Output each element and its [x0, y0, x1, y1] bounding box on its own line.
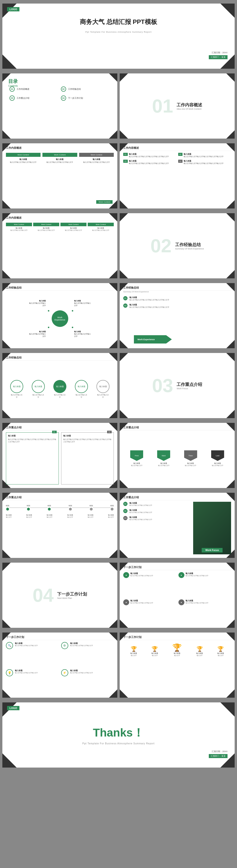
- slide-work-content-b: 工作内容概述 01 输入标题 输入文字输入文字输入文字输入文字输入文字输入文字 …: [120, 143, 235, 209]
- num-03: 03: [123, 160, 128, 163]
- badge-2: Next: [157, 451, 170, 461]
- trophy-desc-5: 输入文字: [217, 655, 224, 657]
- tl-dot-3: [48, 508, 51, 510]
- lightning-icon: ⚡: [61, 669, 68, 676]
- focus-img-num-2: 02: [123, 509, 127, 513]
- contents-num-1: 01: [9, 87, 15, 92]
- slide-section03: 03 工作重点介绍 Work Focus: [120, 353, 235, 418]
- plan-title-2: 输入标题: [185, 572, 208, 575]
- plan-item-3: ● 输入标题 输入文字输入文字输入文字输入文字: [123, 599, 176, 624]
- trophy-icon-3: 🏆: [172, 643, 182, 652]
- trophy-desc-4: 输入文字: [196, 655, 203, 657]
- circle-item-2: 输入标题 输入文字输入文字: [32, 380, 45, 399]
- mindmap-title: 工作经验总结: [6, 286, 114, 291]
- badge-3: Then: [184, 451, 197, 461]
- desc-2: 输入文字输入文字输入文字输入文字: [42, 161, 77, 163]
- mind-node-4: 输入标题输入文字输入文字输入文字: [74, 331, 91, 338]
- circle-item-5: 输入标题 输入文字输入文字: [96, 380, 110, 399]
- box-3: Work Content: [79, 153, 114, 157]
- desc-1: 输入文字输入文字输入文字输入文字: [6, 161, 40, 163]
- plan-title-4: 输入标题: [185, 599, 208, 602]
- tl-6: 时间: [111, 505, 114, 510]
- work-exp-tag: Work Experience: [138, 338, 155, 341]
- mind-node-3: 输入标题输入文字输入文字输入文字: [29, 331, 46, 338]
- desc4-2: 输入文字输入文字输入文字: [33, 229, 59, 231]
- focus-a-title-2: 输入标题: [63, 434, 112, 437]
- info-block: 汇报日期：20XX 汇报部门：某某: [209, 51, 228, 59]
- thanks-reporter: 汇报部门：某某: [209, 754, 228, 758]
- contents-num-4: 04: [61, 95, 66, 101]
- icon-item-1: 🔍 输入标题 输入文字输入文字输入文字输入文字: [6, 642, 59, 667]
- slide-work-content-a: 工作内容概述 Work Content 输入标题 输入文字输入文字输入文字输入文…: [2, 143, 117, 209]
- section03-num: 03: [152, 376, 173, 395]
- circle-desc-3: 输入文字输入文字: [53, 394, 66, 399]
- plan-dot-2: ●: [178, 572, 184, 578]
- icon-label-4: 输入标题: [70, 669, 93, 672]
- slide-timeline: 工作重点介绍 时间 时间 时间: [2, 493, 117, 558]
- tl-dot-6: [111, 508, 114, 510]
- contents-list: 01 工作内容概述 02 工作经验总结 03 工作重点介绍 04 下一步工作计划: [7, 87, 113, 102]
- tl-4: 时间: [69, 505, 72, 510]
- focus-img-title-3: 输入标题: [129, 516, 152, 519]
- work-exp-list-subtitle: Summary Of Work Experience: [123, 291, 231, 293]
- contents-label-4: 下一步工作计划: [68, 97, 83, 100]
- tl-dot-2: [27, 508, 30, 510]
- slide-trophies: 下一步工作计划 🏆 输入标题 输入文字 🏆 输入标题 输入文字 🏆: [120, 632, 235, 698]
- plan-desc-4: 输入文字输入文字输入文字输入文字: [185, 602, 208, 604]
- focus-img-item-3: 03 输入标题 输入文字输入文字输入文字输入文字: [123, 516, 166, 521]
- badge-desc-3: 输入文字输入文字: [184, 465, 197, 467]
- work-content-a-title: 工作内容概述: [6, 146, 114, 151]
- trophies-title: 下一步工作计划: [123, 636, 231, 640]
- plan-desc-1: 输入文字输入文字输入文字输入文字: [130, 575, 153, 577]
- icon-desc-1: 输入文字输入文字输入文字输入文字: [15, 645, 38, 647]
- focus-img-title-2: 输入标题: [129, 509, 152, 512]
- num-02: 02: [178, 153, 183, 156]
- tl-label-1: 输入标题输入文字: [6, 514, 11, 518]
- work-focus-label: Work Focus: [202, 548, 222, 553]
- title-bold: 总结汇报: [107, 18, 131, 25]
- box4-4: Work Content: [88, 223, 114, 226]
- tl-label-5: 输入标题输入文字: [88, 514, 93, 518]
- exp-item-2: 02 输入标题 输入文字输入文字输入文字输入文字输入文字输入文字: [123, 304, 231, 308]
- slide-work-focus-a: 工作重点介绍 01 输入标题 输入文字输入文字输入文字输入文字输入文字输入文字输…: [2, 423, 117, 488]
- circle-desc-1: 输入文字输入文字: [10, 394, 23, 399]
- focus-a-desc-2: 输入文字输入文字输入文字输入文字输入文字输入文字输入文字输入文字输入文字: [63, 438, 112, 443]
- icon-item-3: 💡 输入标题 输入文字输入文字输入文字输入文字: [6, 669, 59, 694]
- thanks-subtitle: Ppt Template For Business Atmosphere Sum…: [83, 742, 155, 745]
- trophy-item-5: 🏆 输入标题 输入文字: [217, 646, 224, 657]
- mind-node-2: 输入标题输入文字输入文字输入文字: [74, 300, 91, 307]
- slide-next-plan-a: 下一步工作计划 ● 输入标题 输入文字输入文字输入文字输入文字 ● 输入标题 输…: [120, 563, 235, 628]
- slide-work-exp-list: 工作经验总结 Summary Of Work Experience 01 输入标…: [120, 283, 235, 348]
- text-01: 输入标题 输入文字输入文字输入文字输入文字输入文字输入文字: [129, 153, 169, 158]
- dot-bl: [48, 327, 49, 328]
- circle-2: 输入标题: [32, 380, 45, 393]
- slide-work-content-c: 工作内容概述 Work Content 输入标题 输入文字输入文字输入文字 Wo…: [2, 213, 117, 278]
- tl-dot-5: [90, 508, 93, 510]
- desc-3: 输入文字输入文字输入文字输入文字: [79, 161, 114, 163]
- gear-icon: ⚙: [61, 642, 68, 649]
- reporter-label: 汇报部门：某某: [209, 55, 228, 59]
- section02-num: 02: [150, 237, 172, 255]
- circle-item-3: 输入标题 输入文字输入文字: [53, 380, 66, 399]
- focus-img-desc-2: 输入文字输入文字输入文字输入文字: [129, 512, 152, 514]
- focus-img-desc-3: 输入文字输入文字输入文字输入文字: [129, 519, 152, 521]
- trophy-label-2: 输入标题: [151, 652, 158, 655]
- icon-desc-3: 输入文字输入文字输入文字输入文字: [15, 672, 38, 674]
- focus-a-desc-1: 输入文字输入文字输入文字输入文字输入文字输入文字输入文字输入文字输入文字: [8, 438, 57, 443]
- contents-item-3: 03 工作重点介绍: [9, 95, 59, 101]
- trophy-icon-4: 🏆: [196, 646, 203, 652]
- circle-desc-5: 输入文字输入文字: [96, 394, 110, 399]
- tl-line-2: [30, 507, 48, 508]
- mind-node-1: 输入标题输入文字输入文字输入文字: [29, 300, 46, 307]
- tl-line-4: [72, 507, 90, 508]
- dot-tl: [48, 310, 49, 312]
- tl-dot-1: [6, 508, 9, 510]
- tl-dot-4: [69, 508, 72, 510]
- trophy-label-3: 输入标题: [172, 652, 182, 655]
- circles-title: 工作经验总结: [6, 356, 114, 361]
- tl-5: 时间: [90, 505, 93, 510]
- focus-img-title-1: 输入标题: [129, 502, 152, 504]
- next-plan-a-title: 下一步工作计划: [123, 565, 231, 570]
- box4-2: Work Content: [33, 223, 59, 226]
- desc4-3: 输入文字输入文字输入文字: [60, 229, 87, 231]
